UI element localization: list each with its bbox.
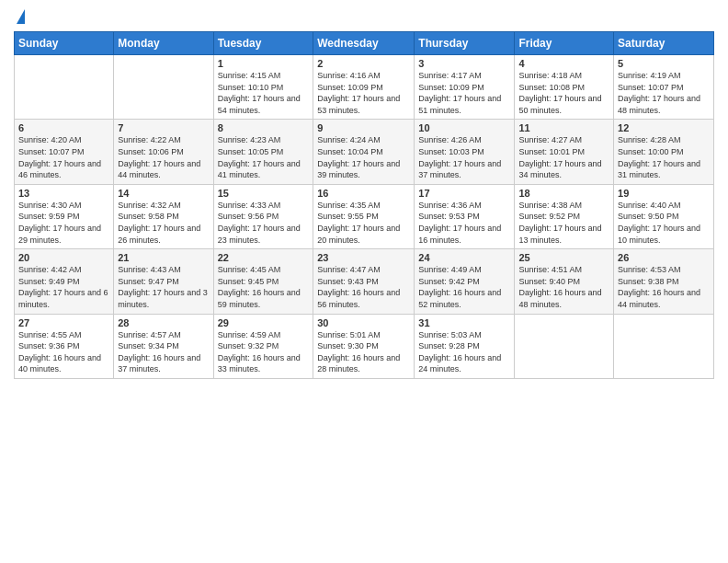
calendar-cell: 14Sunrise: 4:32 AM Sunset: 9:58 PM Dayli… bbox=[114, 184, 213, 248]
calendar-cell: 18Sunrise: 4:38 AM Sunset: 9:52 PM Dayli… bbox=[515, 184, 614, 248]
calendar-cell: 30Sunrise: 5:01 AM Sunset: 9:30 PM Dayli… bbox=[313, 314, 415, 378]
day-number: 15 bbox=[218, 188, 310, 199]
calendar-header-row: SundayMondayTuesdayWednesdayThursdayFrid… bbox=[15, 32, 714, 55]
day-number: 8 bbox=[218, 122, 310, 133]
day-number: 14 bbox=[118, 188, 209, 199]
day-detail: Sunrise: 4:47 AM Sunset: 9:43 PM Dayligh… bbox=[317, 264, 410, 310]
calendar-table: SundayMondayTuesdayWednesdayThursdayFrid… bbox=[14, 31, 714, 379]
calendar-cell: 3Sunrise: 4:17 AM Sunset: 10:09 PM Dayli… bbox=[415, 55, 515, 120]
calendar-cell: 16Sunrise: 4:35 AM Sunset: 9:55 PM Dayli… bbox=[313, 184, 415, 248]
day-number: 26 bbox=[618, 252, 710, 263]
day-detail: Sunrise: 5:03 AM Sunset: 9:28 PM Dayligh… bbox=[418, 329, 510, 375]
day-detail: Sunrise: 4:57 AM Sunset: 9:34 PM Dayligh… bbox=[118, 329, 209, 375]
calendar-cell: 9Sunrise: 4:24 AM Sunset: 10:04 PM Dayli… bbox=[313, 120, 415, 184]
logo-icon bbox=[17, 9, 25, 24]
day-number: 6 bbox=[18, 122, 109, 133]
day-of-week-header: Wednesday bbox=[313, 32, 415, 55]
day-number: 31 bbox=[418, 317, 510, 328]
day-number: 1 bbox=[218, 58, 310, 69]
calendar-cell: 17Sunrise: 4:36 AM Sunset: 9:53 PM Dayli… bbox=[415, 184, 515, 248]
day-number: 19 bbox=[618, 188, 710, 199]
calendar-cell: 6Sunrise: 4:20 AM Sunset: 10:07 PM Dayli… bbox=[15, 120, 114, 184]
calendar-cell: 7Sunrise: 4:22 AM Sunset: 10:06 PM Dayli… bbox=[114, 120, 213, 184]
calendar-cell: 5Sunrise: 4:19 AM Sunset: 10:07 PM Dayli… bbox=[614, 55, 714, 120]
day-detail: Sunrise: 4:30 AM Sunset: 9:59 PM Dayligh… bbox=[18, 200, 109, 246]
day-detail: Sunrise: 4:16 AM Sunset: 10:09 PM Daylig… bbox=[317, 70, 410, 116]
day-detail: Sunrise: 4:22 AM Sunset: 10:06 PM Daylig… bbox=[118, 134, 209, 180]
day-detail: Sunrise: 4:24 AM Sunset: 10:04 PM Daylig… bbox=[317, 134, 410, 180]
day-detail: Sunrise: 4:49 AM Sunset: 9:42 PM Dayligh… bbox=[418, 264, 510, 310]
day-detail: Sunrise: 4:35 AM Sunset: 9:55 PM Dayligh… bbox=[317, 200, 410, 246]
calendar-cell: 11Sunrise: 4:27 AM Sunset: 10:01 PM Dayl… bbox=[515, 120, 614, 184]
day-number: 7 bbox=[118, 122, 209, 133]
day-number: 28 bbox=[118, 317, 209, 328]
page: SundayMondayTuesdayWednesdayThursdayFrid… bbox=[0, 0, 728, 563]
calendar-week-row: 6Sunrise: 4:20 AM Sunset: 10:07 PM Dayli… bbox=[15, 120, 714, 184]
calendar-cell: 19Sunrise: 4:40 AM Sunset: 9:50 PM Dayli… bbox=[614, 184, 714, 248]
day-detail: Sunrise: 4:40 AM Sunset: 9:50 PM Dayligh… bbox=[618, 200, 710, 246]
day-number: 9 bbox=[317, 122, 410, 133]
day-detail: Sunrise: 4:51 AM Sunset: 9:40 PM Dayligh… bbox=[518, 264, 609, 310]
day-number: 4 bbox=[518, 58, 609, 69]
day-detail: Sunrise: 4:15 AM Sunset: 10:10 PM Daylig… bbox=[218, 70, 310, 116]
calendar-cell: 21Sunrise: 4:43 AM Sunset: 9:47 PM Dayli… bbox=[114, 249, 213, 314]
day-detail: Sunrise: 4:59 AM Sunset: 9:32 PM Dayligh… bbox=[218, 329, 310, 375]
calendar-cell: 23Sunrise: 4:47 AM Sunset: 9:43 PM Dayli… bbox=[313, 249, 415, 314]
calendar-cell: 22Sunrise: 4:45 AM Sunset: 9:45 PM Dayli… bbox=[213, 249, 313, 314]
day-detail: Sunrise: 4:32 AM Sunset: 9:58 PM Dayligh… bbox=[118, 200, 209, 246]
calendar-cell: 10Sunrise: 4:26 AM Sunset: 10:03 PM Dayl… bbox=[415, 120, 515, 184]
day-of-week-header: Friday bbox=[515, 32, 614, 55]
calendar-cell: 31Sunrise: 5:03 AM Sunset: 9:28 PM Dayli… bbox=[415, 314, 515, 378]
calendar-cell bbox=[614, 314, 714, 378]
calendar-week-row: 1Sunrise: 4:15 AM Sunset: 10:10 PM Dayli… bbox=[15, 55, 714, 120]
day-of-week-header: Saturday bbox=[614, 32, 714, 55]
day-number: 11 bbox=[518, 122, 609, 133]
day-of-week-header: Monday bbox=[114, 32, 213, 55]
day-detail: Sunrise: 4:38 AM Sunset: 9:52 PM Dayligh… bbox=[518, 200, 609, 246]
day-of-week-header: Tuesday bbox=[213, 32, 313, 55]
calendar-cell: 26Sunrise: 4:53 AM Sunset: 9:38 PM Dayli… bbox=[614, 249, 714, 314]
calendar-cell: 24Sunrise: 4:49 AM Sunset: 9:42 PM Dayli… bbox=[415, 249, 515, 314]
day-number: 18 bbox=[518, 188, 609, 199]
day-number: 13 bbox=[18, 188, 109, 199]
header bbox=[14, 9, 714, 26]
day-number: 16 bbox=[317, 188, 410, 199]
day-number: 21 bbox=[118, 252, 209, 263]
day-detail: Sunrise: 4:43 AM Sunset: 9:47 PM Dayligh… bbox=[118, 264, 209, 310]
calendar-cell: 13Sunrise: 4:30 AM Sunset: 9:59 PM Dayli… bbox=[15, 184, 114, 248]
day-number: 10 bbox=[418, 122, 510, 133]
calendar-cell: 20Sunrise: 4:42 AM Sunset: 9:49 PM Dayli… bbox=[15, 249, 114, 314]
logo bbox=[14, 9, 25, 26]
day-number: 25 bbox=[518, 252, 609, 263]
day-detail: Sunrise: 5:01 AM Sunset: 9:30 PM Dayligh… bbox=[317, 329, 410, 375]
day-number: 22 bbox=[218, 252, 310, 263]
day-detail: Sunrise: 4:17 AM Sunset: 10:09 PM Daylig… bbox=[418, 70, 510, 116]
calendar-cell: 29Sunrise: 4:59 AM Sunset: 9:32 PM Dayli… bbox=[213, 314, 313, 378]
day-of-week-header: Thursday bbox=[415, 32, 515, 55]
day-number: 30 bbox=[317, 317, 410, 328]
day-number: 12 bbox=[618, 122, 710, 133]
day-number: 27 bbox=[18, 317, 109, 328]
day-detail: Sunrise: 4:27 AM Sunset: 10:01 PM Daylig… bbox=[518, 134, 609, 180]
day-detail: Sunrise: 4:28 AM Sunset: 10:00 PM Daylig… bbox=[618, 134, 710, 180]
day-detail: Sunrise: 4:55 AM Sunset: 9:36 PM Dayligh… bbox=[18, 329, 109, 375]
calendar-cell: 2Sunrise: 4:16 AM Sunset: 10:09 PM Dayli… bbox=[313, 55, 415, 120]
day-number: 24 bbox=[418, 252, 510, 263]
calendar-cell: 8Sunrise: 4:23 AM Sunset: 10:05 PM Dayli… bbox=[213, 120, 313, 184]
calendar-cell bbox=[15, 55, 114, 120]
day-detail: Sunrise: 4:42 AM Sunset: 9:49 PM Dayligh… bbox=[18, 264, 109, 310]
calendar-cell: 28Sunrise: 4:57 AM Sunset: 9:34 PM Dayli… bbox=[114, 314, 213, 378]
day-detail: Sunrise: 4:26 AM Sunset: 10:03 PM Daylig… bbox=[418, 134, 510, 180]
day-detail: Sunrise: 4:23 AM Sunset: 10:05 PM Daylig… bbox=[218, 134, 310, 180]
day-detail: Sunrise: 4:53 AM Sunset: 9:38 PM Dayligh… bbox=[618, 264, 710, 310]
day-detail: Sunrise: 4:45 AM Sunset: 9:45 PM Dayligh… bbox=[218, 264, 310, 310]
calendar-cell: 25Sunrise: 4:51 AM Sunset: 9:40 PM Dayli… bbox=[515, 249, 614, 314]
calendar-week-row: 20Sunrise: 4:42 AM Sunset: 9:49 PM Dayli… bbox=[15, 249, 714, 314]
day-detail: Sunrise: 4:18 AM Sunset: 10:08 PM Daylig… bbox=[518, 70, 609, 116]
calendar-cell bbox=[114, 55, 213, 120]
calendar-cell: 1Sunrise: 4:15 AM Sunset: 10:10 PM Dayli… bbox=[213, 55, 313, 120]
day-of-week-header: Sunday bbox=[15, 32, 114, 55]
day-number: 5 bbox=[618, 58, 710, 69]
day-detail: Sunrise: 4:20 AM Sunset: 10:07 PM Daylig… bbox=[18, 134, 109, 180]
calendar-cell bbox=[515, 314, 614, 378]
